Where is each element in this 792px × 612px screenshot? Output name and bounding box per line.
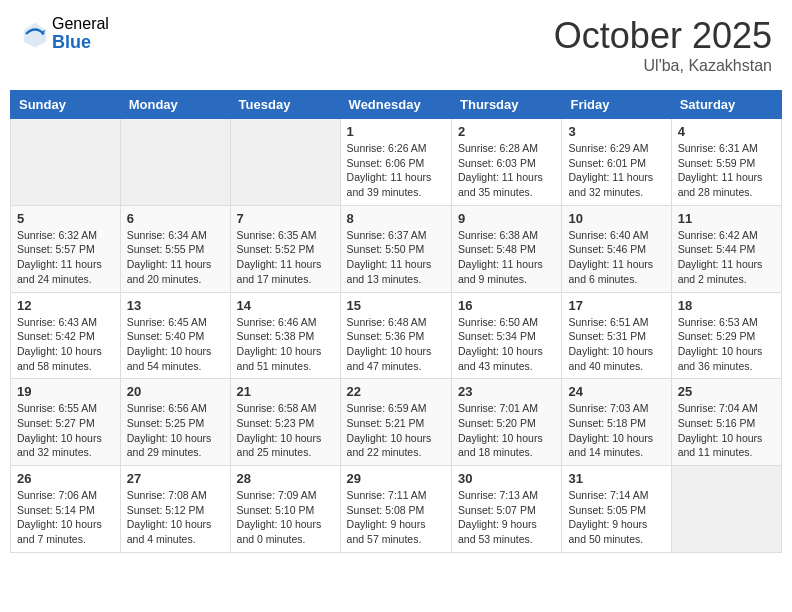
logo-icon bbox=[20, 19, 50, 49]
calendar-cell: 7Sunrise: 6:35 AM Sunset: 5:52 PM Daylig… bbox=[230, 205, 340, 292]
title-section: October 2025 Ul'ba, Kazakhstan bbox=[554, 15, 772, 75]
day-number: 10 bbox=[568, 211, 664, 226]
day-info: Sunrise: 6:51 AM Sunset: 5:31 PM Dayligh… bbox=[568, 315, 664, 374]
day-header-wednesday: Wednesday bbox=[340, 91, 451, 119]
day-header-friday: Friday bbox=[562, 91, 671, 119]
calendar-cell: 26Sunrise: 7:06 AM Sunset: 5:14 PM Dayli… bbox=[11, 466, 121, 553]
day-number: 24 bbox=[568, 384, 664, 399]
calendar-cell: 6Sunrise: 6:34 AM Sunset: 5:55 PM Daylig… bbox=[120, 205, 230, 292]
day-info: Sunrise: 6:40 AM Sunset: 5:46 PM Dayligh… bbox=[568, 228, 664, 287]
day-number: 17 bbox=[568, 298, 664, 313]
calendar-cell: 28Sunrise: 7:09 AM Sunset: 5:10 PM Dayli… bbox=[230, 466, 340, 553]
day-info: Sunrise: 6:50 AM Sunset: 5:34 PM Dayligh… bbox=[458, 315, 555, 374]
calendar-cell: 27Sunrise: 7:08 AM Sunset: 5:12 PM Dayli… bbox=[120, 466, 230, 553]
day-info: Sunrise: 6:37 AM Sunset: 5:50 PM Dayligh… bbox=[347, 228, 445, 287]
day-info: Sunrise: 6:34 AM Sunset: 5:55 PM Dayligh… bbox=[127, 228, 224, 287]
calendar-cell: 14Sunrise: 6:46 AM Sunset: 5:38 PM Dayli… bbox=[230, 292, 340, 379]
day-info: Sunrise: 6:56 AM Sunset: 5:25 PM Dayligh… bbox=[127, 401, 224, 460]
day-number: 1 bbox=[347, 124, 445, 139]
day-info: Sunrise: 7:01 AM Sunset: 5:20 PM Dayligh… bbox=[458, 401, 555, 460]
day-info: Sunrise: 6:31 AM Sunset: 5:59 PM Dayligh… bbox=[678, 141, 775, 200]
day-info: Sunrise: 6:58 AM Sunset: 5:23 PM Dayligh… bbox=[237, 401, 334, 460]
calendar-cell: 9Sunrise: 6:38 AM Sunset: 5:48 PM Daylig… bbox=[452, 205, 562, 292]
day-number: 2 bbox=[458, 124, 555, 139]
day-number: 15 bbox=[347, 298, 445, 313]
day-info: Sunrise: 6:53 AM Sunset: 5:29 PM Dayligh… bbox=[678, 315, 775, 374]
day-number: 29 bbox=[347, 471, 445, 486]
calendar-cell: 30Sunrise: 7:13 AM Sunset: 5:07 PM Dayli… bbox=[452, 466, 562, 553]
day-number: 31 bbox=[568, 471, 664, 486]
day-info: Sunrise: 6:48 AM Sunset: 5:36 PM Dayligh… bbox=[347, 315, 445, 374]
day-info: Sunrise: 7:08 AM Sunset: 5:12 PM Dayligh… bbox=[127, 488, 224, 547]
calendar-cell: 16Sunrise: 6:50 AM Sunset: 5:34 PM Dayli… bbox=[452, 292, 562, 379]
day-info: Sunrise: 7:03 AM Sunset: 5:18 PM Dayligh… bbox=[568, 401, 664, 460]
day-info: Sunrise: 7:11 AM Sunset: 5:08 PM Dayligh… bbox=[347, 488, 445, 547]
day-number: 20 bbox=[127, 384, 224, 399]
calendar-cell: 20Sunrise: 6:56 AM Sunset: 5:25 PM Dayli… bbox=[120, 379, 230, 466]
day-number: 21 bbox=[237, 384, 334, 399]
calendar-cell: 5Sunrise: 6:32 AM Sunset: 5:57 PM Daylig… bbox=[11, 205, 121, 292]
calendar-header-row: SundayMondayTuesdayWednesdayThursdayFrid… bbox=[11, 91, 782, 119]
day-info: Sunrise: 6:45 AM Sunset: 5:40 PM Dayligh… bbox=[127, 315, 224, 374]
calendar-cell: 18Sunrise: 6:53 AM Sunset: 5:29 PM Dayli… bbox=[671, 292, 781, 379]
day-header-tuesday: Tuesday bbox=[230, 91, 340, 119]
day-number: 7 bbox=[237, 211, 334, 226]
day-number: 16 bbox=[458, 298, 555, 313]
calendar-cell: 11Sunrise: 6:42 AM Sunset: 5:44 PM Dayli… bbox=[671, 205, 781, 292]
day-number: 12 bbox=[17, 298, 114, 313]
day-info: Sunrise: 7:14 AM Sunset: 5:05 PM Dayligh… bbox=[568, 488, 664, 547]
location: Ul'ba, Kazakhstan bbox=[554, 57, 772, 75]
calendar-cell: 21Sunrise: 6:58 AM Sunset: 5:23 PM Dayli… bbox=[230, 379, 340, 466]
calendar-week-1: 1Sunrise: 6:26 AM Sunset: 6:06 PM Daylig… bbox=[11, 119, 782, 206]
calendar-cell: 1Sunrise: 6:26 AM Sunset: 6:06 PM Daylig… bbox=[340, 119, 451, 206]
day-info: Sunrise: 6:59 AM Sunset: 5:21 PM Dayligh… bbox=[347, 401, 445, 460]
logo: General Blue bbox=[20, 15, 109, 52]
logo-general: General bbox=[52, 15, 109, 33]
day-number: 25 bbox=[678, 384, 775, 399]
calendar-table: SundayMondayTuesdayWednesdayThursdayFrid… bbox=[10, 90, 782, 553]
day-info: Sunrise: 7:04 AM Sunset: 5:16 PM Dayligh… bbox=[678, 401, 775, 460]
day-number: 13 bbox=[127, 298, 224, 313]
calendar-cell: 13Sunrise: 6:45 AM Sunset: 5:40 PM Dayli… bbox=[120, 292, 230, 379]
day-number: 30 bbox=[458, 471, 555, 486]
calendar-cell: 19Sunrise: 6:55 AM Sunset: 5:27 PM Dayli… bbox=[11, 379, 121, 466]
day-info: Sunrise: 7:13 AM Sunset: 5:07 PM Dayligh… bbox=[458, 488, 555, 547]
day-header-sunday: Sunday bbox=[11, 91, 121, 119]
calendar-week-4: 19Sunrise: 6:55 AM Sunset: 5:27 PM Dayli… bbox=[11, 379, 782, 466]
day-info: Sunrise: 6:35 AM Sunset: 5:52 PM Dayligh… bbox=[237, 228, 334, 287]
day-number: 19 bbox=[17, 384, 114, 399]
day-number: 5 bbox=[17, 211, 114, 226]
calendar-cell: 8Sunrise: 6:37 AM Sunset: 5:50 PM Daylig… bbox=[340, 205, 451, 292]
calendar-cell: 3Sunrise: 6:29 AM Sunset: 6:01 PM Daylig… bbox=[562, 119, 671, 206]
day-number: 23 bbox=[458, 384, 555, 399]
day-info: Sunrise: 6:29 AM Sunset: 6:01 PM Dayligh… bbox=[568, 141, 664, 200]
calendar-cell bbox=[671, 466, 781, 553]
day-number: 28 bbox=[237, 471, 334, 486]
day-number: 14 bbox=[237, 298, 334, 313]
day-info: Sunrise: 6:46 AM Sunset: 5:38 PM Dayligh… bbox=[237, 315, 334, 374]
day-info: Sunrise: 6:42 AM Sunset: 5:44 PM Dayligh… bbox=[678, 228, 775, 287]
day-info: Sunrise: 7:09 AM Sunset: 5:10 PM Dayligh… bbox=[237, 488, 334, 547]
logo-blue: Blue bbox=[52, 33, 109, 53]
calendar-cell: 23Sunrise: 7:01 AM Sunset: 5:20 PM Dayli… bbox=[452, 379, 562, 466]
day-info: Sunrise: 6:55 AM Sunset: 5:27 PM Dayligh… bbox=[17, 401, 114, 460]
calendar-week-2: 5Sunrise: 6:32 AM Sunset: 5:57 PM Daylig… bbox=[11, 205, 782, 292]
calendar-week-3: 12Sunrise: 6:43 AM Sunset: 5:42 PM Dayli… bbox=[11, 292, 782, 379]
calendar-cell: 17Sunrise: 6:51 AM Sunset: 5:31 PM Dayli… bbox=[562, 292, 671, 379]
day-number: 26 bbox=[17, 471, 114, 486]
day-number: 18 bbox=[678, 298, 775, 313]
calendar-cell bbox=[120, 119, 230, 206]
calendar-cell: 10Sunrise: 6:40 AM Sunset: 5:46 PM Dayli… bbox=[562, 205, 671, 292]
calendar-cell bbox=[230, 119, 340, 206]
day-number: 8 bbox=[347, 211, 445, 226]
calendar-week-5: 26Sunrise: 7:06 AM Sunset: 5:14 PM Dayli… bbox=[11, 466, 782, 553]
day-number: 22 bbox=[347, 384, 445, 399]
day-header-saturday: Saturday bbox=[671, 91, 781, 119]
day-info: Sunrise: 6:43 AM Sunset: 5:42 PM Dayligh… bbox=[17, 315, 114, 374]
calendar-cell: 22Sunrise: 6:59 AM Sunset: 5:21 PM Dayli… bbox=[340, 379, 451, 466]
day-info: Sunrise: 6:38 AM Sunset: 5:48 PM Dayligh… bbox=[458, 228, 555, 287]
calendar-cell: 31Sunrise: 7:14 AM Sunset: 5:05 PM Dayli… bbox=[562, 466, 671, 553]
day-info: Sunrise: 6:28 AM Sunset: 6:03 PM Dayligh… bbox=[458, 141, 555, 200]
day-info: Sunrise: 6:26 AM Sunset: 6:06 PM Dayligh… bbox=[347, 141, 445, 200]
calendar-cell: 15Sunrise: 6:48 AM Sunset: 5:36 PM Dayli… bbox=[340, 292, 451, 379]
